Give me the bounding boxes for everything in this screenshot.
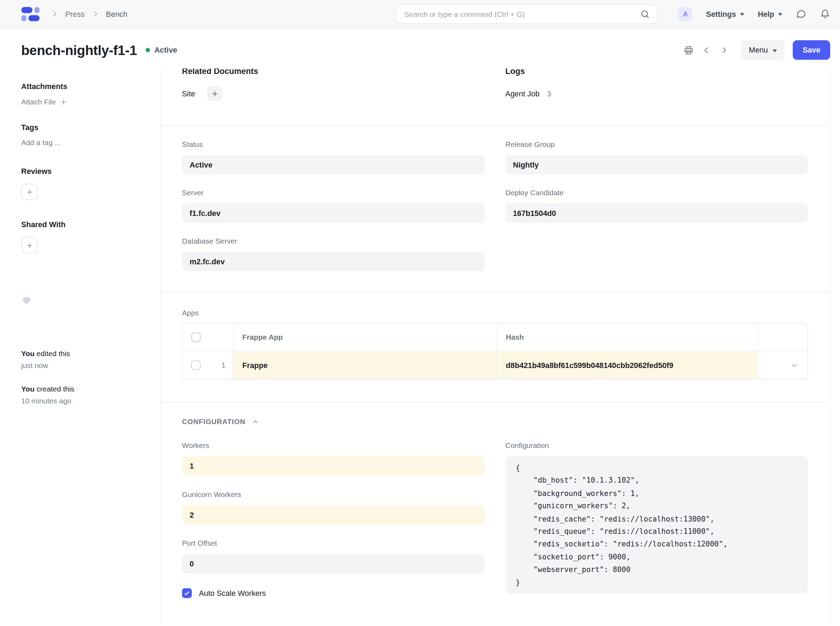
configuration-json-code[interactable]: { "db_host": "10.1.3.102", "background_w…: [506, 456, 808, 593]
search-input[interactable]: [404, 10, 640, 18]
document-layout: Attachments Attach File Tags Add a tag .…: [0, 65, 840, 623]
add-tag-link[interactable]: Add a tag ...: [21, 139, 149, 147]
auto-scale-workers-label[interactable]: Auto Scale Workers: [199, 589, 266, 598]
frappe-logo-icon[interactable]: [21, 6, 40, 21]
plus-icon: [26, 188, 33, 195]
gunicorn-workers-input[interactable]: [182, 505, 485, 525]
workers-field: Workers: [182, 441, 485, 476]
server-input[interactable]: [182, 203, 485, 223]
user-avatar[interactable]: A: [678, 7, 692, 21]
hash-column-header: Hash: [506, 333, 524, 341]
attach-file-link[interactable]: Attach File: [21, 98, 149, 106]
connections-section: Related Documents Site Logs Agent Job 3: [161, 65, 829, 125]
sidebar: Attachments Attach File Tags Add a tag .…: [0, 65, 161, 623]
configuration-section-heading: CONFIGURATION: [182, 418, 245, 426]
logs-column: Logs Agent Job 3: [506, 66, 808, 102]
menu-button-label: Menu: [749, 45, 768, 54]
attach-file-label: Attach File: [21, 98, 56, 106]
print-icon[interactable]: [684, 45, 694, 55]
configuration-section: CONFIGURATION Workers Gunicorn Workers: [161, 402, 829, 623]
table-row: 1 Frappe d8b421b49a8bf61c599b048140cbb20…: [183, 351, 807, 379]
configuration-left-column: Workers Gunicorn Workers Port Offset: [182, 441, 485, 598]
apps-section: Apps Frappe App Hash: [161, 291, 829, 402]
port-offset-field: Port Offset: [182, 540, 485, 574]
port-offset-input[interactable]: [182, 554, 485, 574]
release-group-field: Release Group: [506, 140, 808, 175]
select-all-checkbox[interactable]: [191, 332, 200, 341]
apps-label: Apps: [182, 309, 808, 317]
global-search[interactable]: [395, 4, 657, 24]
page-title: bench-nightly-f1-1: [21, 42, 137, 58]
prev-document-icon[interactable]: [702, 45, 711, 55]
configuration-right-column: Configuration { "db_host": "10.1.3.102",…: [506, 441, 808, 598]
created-when: 10 minutes ago: [21, 395, 149, 407]
edited-by: You: [21, 349, 34, 357]
configuration-section-toggle[interactable]: CONFIGURATION: [182, 418, 808, 426]
status-input[interactable]: [182, 155, 485, 175]
page-head-actions: Menu Save: [684, 40, 830, 60]
configuration-label: Configuration: [506, 441, 808, 449]
check-icon: [184, 590, 190, 596]
notifications-bell-icon[interactable]: [820, 9, 830, 19]
row-index: 1: [222, 361, 225, 369]
breadcrumb-press[interactable]: Press: [65, 9, 85, 18]
settings-label: Settings: [706, 9, 736, 18]
row-checkbox[interactable]: [191, 360, 200, 369]
reviews-heading: Reviews: [21, 167, 149, 175]
chevron-down-icon[interactable]: [790, 361, 799, 369]
add-share-button[interactable]: [21, 237, 37, 254]
add-review-button[interactable]: [21, 184, 37, 200]
breadcrumb-bench[interactable]: Bench: [106, 9, 128, 18]
deploy-candidate-field: Deploy Candidate: [506, 189, 808, 223]
help-label: Help: [758, 9, 774, 18]
add-tag-label: Add a tag ...: [21, 139, 61, 147]
details-section: Status Release Group Server Deploy Candi…: [161, 125, 829, 291]
help-dropdown[interactable]: Help: [758, 9, 782, 18]
database-server-input[interactable]: [182, 252, 485, 271]
hash-cell[interactable]: d8b421b49a8bf61c599b048140cbb2062fed50f9: [497, 351, 758, 379]
created-meta: You created this 10 minutes ago: [21, 383, 149, 407]
auto-scale-workers-checkbox[interactable]: [182, 588, 192, 598]
chat-icon[interactable]: [796, 9, 806, 19]
created-action: created this: [34, 385, 74, 393]
next-document-icon[interactable]: [720, 45, 729, 55]
app-window: Press Bench A Settings Help: [0, 0, 840, 626]
chevron-right-icon: [91, 10, 99, 18]
release-group-input[interactable]: [506, 155, 808, 175]
like-heart-icon[interactable]: [21, 295, 149, 305]
save-button[interactable]: Save: [793, 40, 831, 60]
frappe-app-cell[interactable]: Frappe: [233, 351, 497, 379]
search-icon: [640, 9, 650, 19]
navbar-right-cluster: A Settings Help: [678, 7, 830, 21]
site-link[interactable]: Site: [182, 89, 195, 98]
chevron-up-icon: [251, 418, 259, 426]
edited-when: just now: [21, 360, 149, 372]
port-offset-label: Port Offset: [182, 540, 485, 548]
workers-input[interactable]: [182, 456, 485, 476]
page-head: bench-nightly-f1-1 Active Menu Save: [0, 28, 840, 69]
status-indicator: Active: [146, 45, 177, 54]
agent-job-count: 3: [547, 89, 551, 97]
shared-with-heading: Shared With: [21, 220, 149, 229]
add-site-button[interactable]: [207, 86, 222, 101]
server-field: Server: [182, 189, 485, 223]
database-server-label: Database Server: [182, 237, 485, 245]
agent-job-link[interactable]: Agent Job: [506, 89, 540, 98]
deploy-candidate-label: Deploy Candidate: [506, 189, 808, 197]
caret-down-icon: [778, 13, 782, 16]
gunicorn-workers-label: Gunicorn Workers: [182, 490, 485, 498]
database-server-field: Database Server: [182, 237, 485, 271]
plus-icon: [211, 90, 218, 97]
status-field: Status: [182, 140, 485, 175]
edited-action: edited this: [34, 349, 70, 357]
apps-table-header: Frappe App Hash: [183, 324, 807, 351]
deploy-candidate-input[interactable]: [506, 203, 808, 223]
release-group-label: Release Group: [506, 140, 808, 148]
apps-table: Frappe App Hash 1 Frappe: [182, 323, 808, 379]
settings-dropdown[interactable]: Settings: [706, 9, 744, 18]
form-body: Related Documents Site Logs Agent Job 3: [161, 65, 831, 623]
menu-button[interactable]: Menu: [741, 40, 785, 60]
status-indicator-label: Active: [155, 45, 177, 54]
chevron-right-icon: [50, 10, 58, 18]
tags-heading: Tags: [21, 123, 149, 132]
